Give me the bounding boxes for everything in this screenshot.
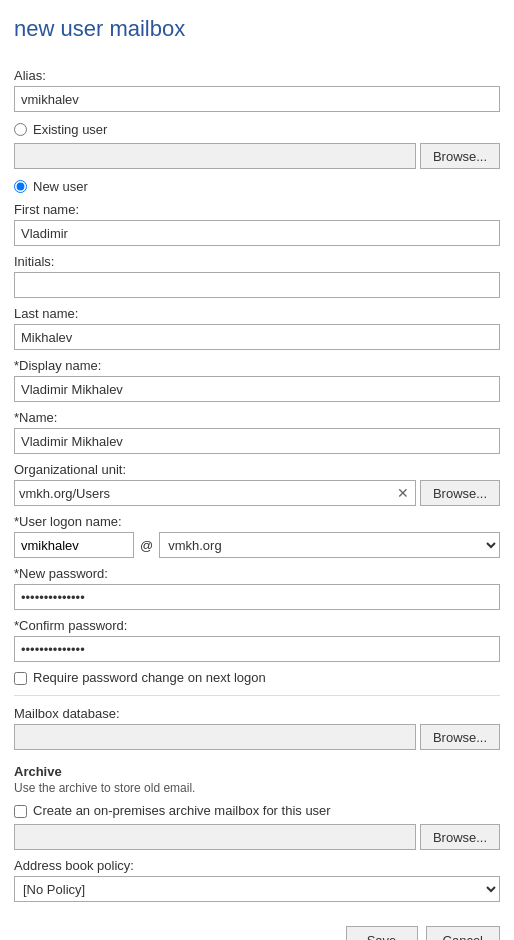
org-unit-input[interactable] (19, 486, 395, 501)
new-user-radio[interactable] (14, 180, 27, 193)
require-password-change-label[interactable]: Require password change on next logon (33, 670, 266, 685)
last-name-input[interactable] (14, 324, 500, 350)
divider-1 (14, 695, 500, 696)
mailbox-database-browse-row: Browse... (14, 724, 500, 750)
archive-checkbox-label[interactable]: Create an on-premises archive mailbox fo… (33, 803, 331, 818)
require-password-change-checkbox[interactable] (14, 672, 27, 685)
name-input[interactable] (14, 428, 500, 454)
cancel-button[interactable]: Cancel (426, 926, 500, 940)
alias-input[interactable] (14, 86, 500, 112)
new-user-label[interactable]: New user (33, 179, 88, 194)
domain-select[interactable]: vmkh.org (159, 532, 500, 558)
confirm-password-label: *Confirm password: (14, 618, 500, 633)
first-name-input[interactable] (14, 220, 500, 246)
name-label: *Name: (14, 410, 500, 425)
alias-label: Alias: (14, 68, 500, 83)
initials-label: Initials: (14, 254, 500, 269)
org-unit-browse-button[interactable]: Browse... (420, 480, 500, 506)
last-name-label: Last name: (14, 306, 500, 321)
first-name-label: First name: (14, 202, 500, 217)
existing-user-label[interactable]: Existing user (33, 122, 107, 137)
user-logon-row: @ vmkh.org (14, 532, 500, 558)
existing-user-browse-row: Browse... (14, 143, 500, 169)
archive-browse-row: Browse... (14, 824, 500, 850)
require-password-change-row: Require password change on next logon (14, 670, 500, 685)
existing-user-radio-row: Existing user (14, 122, 500, 137)
new-password-label: *New password: (14, 566, 500, 581)
mailbox-database-label: Mailbox database: (14, 706, 500, 721)
at-sign: @ (138, 538, 155, 553)
org-unit-label: Organizational unit: (14, 462, 500, 477)
page-container: new user mailbox Alias: Existing user Br… (0, 0, 514, 940)
confirm-password-input[interactable] (14, 636, 500, 662)
save-button[interactable]: Save (346, 926, 418, 940)
display-name-label: *Display name: (14, 358, 500, 373)
existing-user-radio[interactable] (14, 123, 27, 136)
archive-section-title: Archive (14, 764, 500, 779)
org-unit-input-wrap: ✕ (14, 480, 416, 506)
archive-text-input[interactable] (14, 824, 416, 850)
existing-user-text-input[interactable] (14, 143, 416, 169)
archive-description: Use the archive to store old email. (14, 781, 500, 795)
page-title: new user mailbox (14, 16, 500, 50)
archive-checkbox[interactable] (14, 805, 27, 818)
initials-input[interactable] (14, 272, 500, 298)
org-unit-clear-button[interactable]: ✕ (395, 486, 411, 500)
address-book-policy-select[interactable]: [No Policy] (14, 876, 500, 902)
mailbox-database-browse-button[interactable]: Browse... (420, 724, 500, 750)
existing-user-browse-button[interactable]: Browse... (420, 143, 500, 169)
new-user-radio-row: New user (14, 179, 500, 194)
user-logon-label: *User logon name: (14, 514, 500, 529)
org-unit-row: ✕ Browse... (14, 480, 500, 506)
address-book-policy-label: Address book policy: (14, 858, 500, 873)
button-row: Save Cancel (14, 926, 500, 940)
logon-username-input[interactable] (14, 532, 134, 558)
mailbox-database-input[interactable] (14, 724, 416, 750)
display-name-input[interactable] (14, 376, 500, 402)
archive-checkbox-row: Create an on-premises archive mailbox fo… (14, 803, 500, 818)
archive-browse-button[interactable]: Browse... (420, 824, 500, 850)
new-password-input[interactable] (14, 584, 500, 610)
